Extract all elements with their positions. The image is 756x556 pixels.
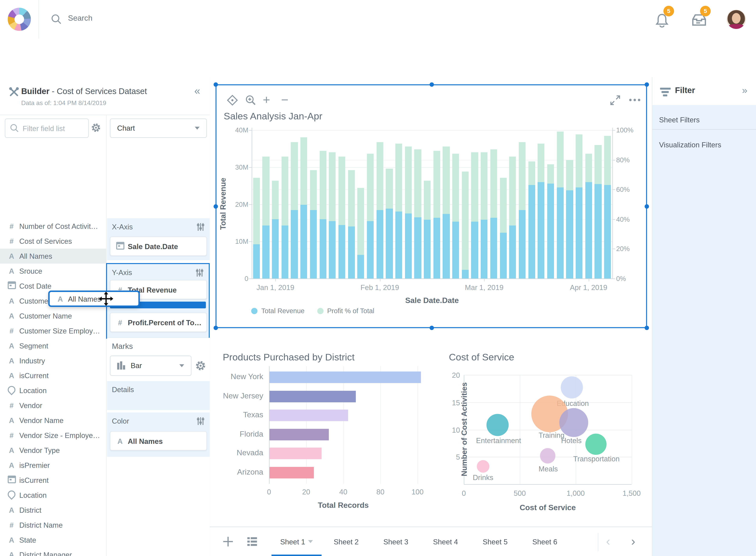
field-item-iscurrent[interactable]: AisCurrent [0, 368, 106, 383]
revenue-bar[interactable] [462, 270, 469, 278]
search-icon[interactable] [51, 13, 62, 25]
tab-sheet-2[interactable]: Sheet 2 [321, 527, 371, 556]
field-item-number-of-cost-activit-[interactable]: #Number of Cost Activit… [0, 219, 106, 234]
tab-sheet-1[interactable]: Sheet 1 [271, 527, 322, 556]
field-item-location[interactable]: Location [0, 488, 106, 502]
revenue-bar[interactable] [348, 227, 355, 278]
revenue-bar[interactable] [310, 210, 317, 279]
revenue-bar[interactable] [595, 184, 602, 279]
add-sheet-icon[interactable] [222, 536, 234, 547]
bubble-transportation[interactable] [585, 433, 606, 455]
marks-gear-icon[interactable] [195, 360, 206, 372]
user-avatar[interactable] [727, 10, 746, 29]
details-shelf[interactable]: Details [107, 381, 210, 410]
revenue-bar[interactable] [481, 219, 488, 279]
revenue-bar[interactable] [376, 210, 383, 279]
revenue-bar[interactable] [566, 190, 573, 279]
district-bar[interactable] [269, 410, 348, 421]
revenue-bar[interactable] [528, 185, 535, 278]
revenue-bar[interactable] [604, 185, 611, 278]
revenue-bar[interactable] [557, 187, 564, 278]
search-input[interactable]: Search [68, 14, 92, 23]
field-item-district-manager[interactable]: ADistrict Manager [0, 547, 106, 556]
revenue-bar[interactable] [538, 182, 545, 278]
revenue-bar[interactable] [576, 187, 583, 279]
field-item-state[interactable]: AState [0, 532, 106, 547]
revenue-bar[interactable] [509, 225, 516, 279]
color-chip[interactable]: A All Names [110, 431, 207, 451]
field-filter-input[interactable] [22, 121, 86, 135]
field-item-vendor-name[interactable]: AVendor Name [0, 413, 106, 428]
field-item-ispremier[interactable]: AisPremier [0, 458, 106, 473]
tab-sheet-6[interactable]: Sheet 6 [520, 527, 570, 556]
revenue-bar[interactable] [415, 217, 421, 278]
revenue-bar[interactable] [253, 244, 260, 278]
profit-bar[interactable] [462, 172, 469, 278]
revenue-bar[interactable] [262, 225, 269, 279]
color-shelf[interactable]: Color A All Names [107, 412, 210, 457]
field-settings-gear-icon[interactable] [91, 123, 101, 133]
bubble-meals[interactable] [540, 448, 555, 463]
field-item-vendor-type[interactable]: AVendor Type [0, 443, 106, 458]
field-item-iscurrent[interactable]: isCurrent [0, 473, 106, 488]
revenue-bar[interactable] [424, 219, 431, 279]
field-item-location[interactable]: Location [0, 383, 106, 398]
sheet-list-icon[interactable] [246, 536, 258, 547]
revenue-bar[interactable] [386, 209, 393, 278]
field-item-district-name[interactable]: #District Name [0, 517, 106, 532]
revenue-bar[interactable] [395, 212, 402, 278]
products-chart[interactable]: Products Purchased by District 020408010… [216, 345, 437, 518]
revenue-bar[interactable] [547, 183, 554, 279]
tab-caret-icon[interactable] [308, 540, 313, 543]
district-bar[interactable] [269, 428, 329, 440]
mark-type-dropdown[interactable]: Bar [110, 355, 191, 376]
bubble-drinks[interactable] [477, 460, 489, 473]
field-item-district[interactable]: ADistrict [0, 502, 106, 517]
field-item-segment[interactable]: ASegment [0, 338, 106, 353]
revenue-bar[interactable] [452, 222, 459, 278]
field-item-all-names[interactable]: AAll Names [0, 249, 106, 264]
field-item-cost-of-services[interactable]: #Cost of Services [0, 234, 106, 249]
x-axis-shelf[interactable]: X-Axis Sale Date.Date [107, 218, 210, 260]
district-bar[interactable] [269, 467, 314, 478]
revenue-bar[interactable] [405, 214, 412, 279]
bubble-hotels[interactable] [559, 408, 588, 437]
bubble-entertainment[interactable] [487, 414, 509, 437]
revenue-bar[interactable] [443, 214, 450, 278]
collapse-panel-icon[interactable]: « [194, 85, 200, 97]
district-bar[interactable] [269, 390, 356, 402]
bubble-education[interactable] [561, 376, 583, 398]
main-visualization[interactable]: + − Sales Analysis Jan-Apr 40M30M20M10M0… [216, 84, 647, 328]
revenue-bar[interactable] [490, 218, 497, 278]
tab-sheet-5[interactable]: Sheet 5 [470, 527, 520, 556]
revenue-bar[interactable] [585, 182, 592, 278]
x-axis-chip[interactable]: Sale Date.Date [110, 237, 207, 256]
district-bar[interactable] [269, 448, 322, 459]
revenue-bar[interactable] [291, 210, 298, 279]
revenue-bar[interactable] [367, 221, 374, 278]
field-filter-box[interactable] [5, 118, 89, 138]
tabs-scroll-left-icon[interactable]: ‹ [606, 534, 610, 549]
app-logo[interactable] [0, 0, 39, 39]
revenue-bar[interactable] [338, 225, 345, 279]
revenue-bar[interactable] [433, 218, 440, 278]
visualization-filters-section[interactable]: Visualization Filters [659, 141, 721, 149]
field-item-vendor-size-employe-[interactable]: #Vendor Size - Employe… [0, 428, 106, 443]
revenue-bar[interactable] [300, 205, 307, 278]
color-options-icon[interactable] [196, 417, 205, 425]
field-item-customer-name[interactable]: ACustomer Name [0, 308, 106, 323]
revenue-bar[interactable] [272, 219, 279, 279]
field-item-vendor[interactable]: #Vendor [0, 398, 106, 413]
field-item-srouce[interactable]: ASrouce [0, 264, 106, 279]
district-bar[interactable] [269, 372, 421, 383]
revenue-bar[interactable] [320, 219, 326, 279]
y-axis-options-icon[interactable] [195, 268, 204, 277]
cost-of-service-chart[interactable]: Cost of Service 201510505001,0001,500Edu… [443, 345, 656, 518]
field-item-customer-size-employ-[interactable]: #Customer Size Employ… [0, 323, 106, 338]
x-axis-options-icon[interactable] [196, 222, 205, 231]
dragged-field-chip[interactable]: A All Names [48, 290, 140, 307]
revenue-bar[interactable] [282, 225, 288, 279]
y-axis-chip-2[interactable]: # Profit.Percent of To… [110, 313, 207, 332]
expand-panel-icon[interactable]: » [742, 85, 747, 96]
field-item-industry[interactable]: AIndustry [0, 353, 106, 368]
